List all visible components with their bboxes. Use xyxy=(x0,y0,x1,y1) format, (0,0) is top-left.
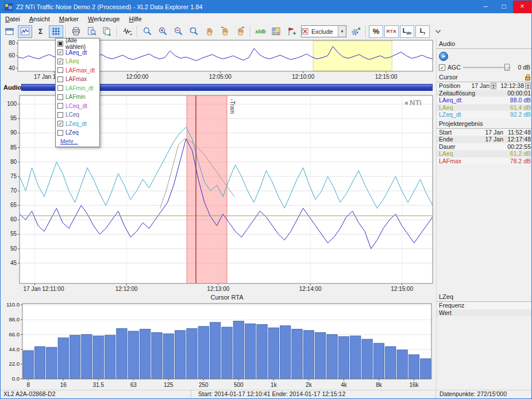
window-icon xyxy=(5,26,14,36)
level-chart-view-button[interactable] xyxy=(18,25,32,38)
slider-thumb[interactable] xyxy=(504,64,510,71)
param-option-lafmin-dt[interactable]: LAFmin_dt xyxy=(56,84,99,93)
agc-checkbox[interactable]: ✓ xyxy=(439,64,445,71)
zoom-out-button[interactable] xyxy=(171,25,186,38)
param-option-lzeq[interactable]: LZeq xyxy=(56,128,99,137)
checkbox[interactable]: ✓ xyxy=(57,59,63,64)
page-zoom-icon xyxy=(87,26,97,36)
ldn-button[interactable]: Ldn xyxy=(400,25,414,38)
rta-bar xyxy=(373,343,384,379)
rta-spectrum-chart: Cursor RTA0.022.044.066.088.0110.081631.… xyxy=(1,294,436,392)
svg-text:0.0: 0.0 xyxy=(12,375,20,382)
maximize-button[interactable]: □ xyxy=(495,1,513,13)
parameter-select-button[interactable] xyxy=(49,25,63,38)
percent-button[interactable]: % xyxy=(369,25,383,38)
param-option-lafmin[interactable]: LAFmin xyxy=(56,93,99,102)
rta-chart-title: Cursor RTA xyxy=(210,294,244,301)
svg-text:60: 60 xyxy=(9,52,16,59)
project-row-start: Start17 Jan11:52:48 xyxy=(437,129,532,136)
row-value: 61.4 dB xyxy=(504,104,531,111)
checkbox[interactable] xyxy=(57,67,63,73)
lr-button[interactable]: Lr xyxy=(415,25,430,38)
rta-bar xyxy=(117,328,127,379)
rta-bar xyxy=(140,329,150,379)
row-value-date: 17 Jan xyxy=(485,129,503,136)
marker-type-combobox[interactable]: Exclude▾ xyxy=(301,25,346,37)
menu-werkzeuge[interactable]: Werkzeuge xyxy=(83,14,124,24)
row-label: Zeitauflösung xyxy=(439,90,504,97)
marker-settings-button[interactable] xyxy=(349,25,363,38)
menu-datei[interactable]: Datei xyxy=(1,14,25,24)
row-label: LAeq xyxy=(439,104,504,111)
lock-icon[interactable] xyxy=(525,76,530,80)
checkbox[interactable] xyxy=(57,130,63,136)
zoom-selection-button[interactable] xyxy=(187,25,201,38)
param-option-lceq[interactable]: LCeq xyxy=(56,110,99,120)
menu-ansicht[interactable]: Ansicht xyxy=(25,14,55,24)
hand-back-button[interactable] xyxy=(218,25,232,38)
waveform-menu-button[interactable] xyxy=(120,25,134,38)
minimize-button[interactable]: – xyxy=(476,1,495,13)
checkbox[interactable] xyxy=(57,41,63,47)
param-option-laeq[interactable]: ✓LAeq xyxy=(56,57,99,66)
zoom-in-button[interactable] xyxy=(156,25,170,38)
project-row-laeq: LAeq61.2 dB xyxy=(437,150,532,158)
checkbox[interactable] xyxy=(57,76,63,82)
close-button[interactable]: × xyxy=(513,1,531,13)
checkbox[interactable] xyxy=(57,94,63,100)
cursor-row-laeq: LAeq61.4 dB xyxy=(437,104,532,112)
rta-bar xyxy=(152,332,162,379)
xldb-button[interactable]: xldb xyxy=(253,25,268,38)
checkbox[interactable] xyxy=(57,85,63,91)
add-marker-button[interactable] xyxy=(284,25,299,38)
lzeq-panel: LZeq FrequenzWert xyxy=(437,291,532,316)
table-view-button[interactable] xyxy=(269,25,283,38)
color-grid-icon xyxy=(271,26,281,36)
param-option-lzeq-dt[interactable]: ✓LZeq_dt xyxy=(56,120,99,129)
menu-marker[interactable]: Marker xyxy=(55,14,83,24)
zoom-button[interactable] xyxy=(140,25,155,38)
hand-forward-button[interactable] xyxy=(233,25,248,38)
hand-right-icon xyxy=(236,26,245,36)
param-option-lceq-dt[interactable]: LCeq_dt xyxy=(56,102,99,111)
checkbox[interactable] xyxy=(57,103,63,109)
spinner-down-button[interactable]: ▼ xyxy=(525,86,531,89)
gain-slider[interactable] xyxy=(463,64,511,71)
train-marker-region[interactable] xyxy=(187,95,227,283)
param-option-lafmax-dt[interactable]: LAFmax_dt xyxy=(56,66,99,75)
rta-bar xyxy=(280,326,291,379)
svg-text:12:12:00: 12:12:00 xyxy=(115,286,138,292)
spinner-down-button[interactable]: ▼ xyxy=(491,86,496,89)
chevron-down-icon[interactable]: ▾ xyxy=(338,26,346,37)
project-row-lafmax: LAFmax78.2 dB xyxy=(437,158,532,165)
param-more-link[interactable]: Mehr... xyxy=(56,137,99,146)
svg-text:12:15:00: 12:15:00 xyxy=(391,286,413,292)
checkbox[interactable]: ✓ xyxy=(57,49,63,55)
param-option-lafmax[interactable]: LAFmax xyxy=(56,75,99,84)
play-button[interactable]: ▶ xyxy=(439,52,448,61)
print-button[interactable] xyxy=(69,25,83,38)
project-row-ende: Ende17 Jan12:17:48 xyxy=(437,136,532,143)
chevron-down-icon xyxy=(433,26,443,36)
status-time-range: Start: 2014-01-17 12:10:41 Ende: 2014-01… xyxy=(191,390,436,398)
checkbox[interactable] xyxy=(57,112,63,118)
export-button[interactable] xyxy=(100,25,114,38)
toolbar-overflow-button[interactable] xyxy=(431,25,445,38)
svg-text:31.5: 31.5 xyxy=(92,382,104,388)
file-view-button[interactable] xyxy=(2,25,17,38)
row-label: Start xyxy=(439,129,485,136)
checkbox[interactable]: ✓ xyxy=(57,121,63,126)
export-icon xyxy=(102,26,112,36)
report-preview-button[interactable] xyxy=(84,25,99,38)
summary-view-button[interactable]: Σ xyxy=(33,25,48,38)
agc-row: ✓ AGC 0 dB xyxy=(437,63,532,72)
svg-text:60: 60 xyxy=(10,216,17,222)
rta-button[interactable]: RTA xyxy=(384,25,399,38)
menu-hilfe[interactable]: Hilfe xyxy=(124,14,146,24)
svg-text:55: 55 xyxy=(10,231,17,237)
pan-button[interactable] xyxy=(202,25,217,38)
app-window: Z2 NTi Traffic Noise Demo 2 (Processed) … xyxy=(0,0,532,399)
rta-bar xyxy=(210,323,220,379)
param-option-alle-w-hlen[interactable]: (Alle wählen) xyxy=(56,39,99,48)
toolbar-separator xyxy=(365,26,367,37)
